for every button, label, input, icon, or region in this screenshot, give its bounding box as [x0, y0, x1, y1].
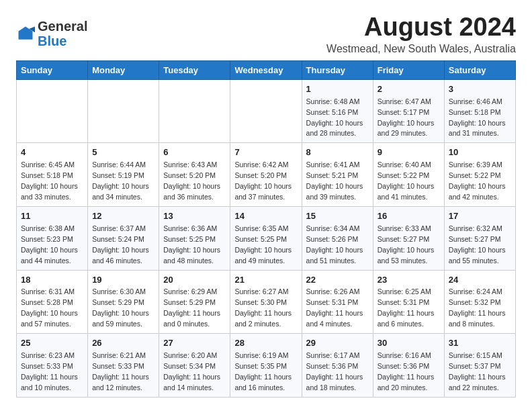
calendar-cell: 14Sunrise: 6:35 AM Sunset: 5:25 PM Dayli…	[230, 206, 302, 270]
day-number: 8	[306, 146, 369, 159]
day-number: 14	[234, 210, 297, 223]
day-info: Sunrise: 6:27 AM Sunset: 5:30 PM Dayligh…	[234, 287, 292, 328]
calendar-cell: 26Sunrise: 6:21 AM Sunset: 5:33 PM Dayli…	[88, 334, 159, 398]
calendar-cell: 29Sunrise: 6:17 AM Sunset: 5:36 PM Dayli…	[302, 334, 373, 398]
day-info: Sunrise: 6:24 AM Sunset: 5:32 PM Dayligh…	[449, 287, 506, 328]
day-info: Sunrise: 6:17 AM Sunset: 5:36 PM Dayligh…	[306, 351, 363, 392]
day-number: 11	[21, 210, 83, 223]
calendar-cell: 18Sunrise: 6:31 AM Sunset: 5:28 PM Dayli…	[17, 270, 88, 334]
days-of-week-row: SundayMondayTuesdayWednesdayThursdayFrid…	[17, 60, 516, 79]
calendar-week-row: 1Sunrise: 6:48 AM Sunset: 5:16 PM Daylig…	[17, 79, 516, 143]
day-number: 31	[449, 337, 511, 350]
calendar-cell: 9Sunrise: 6:40 AM Sunset: 5:22 PM Daylig…	[373, 143, 444, 207]
logo-icon	[16, 24, 35, 43]
day-of-week-header: Wednesday	[230, 60, 302, 79]
day-info: Sunrise: 6:32 AM Sunset: 5:27 PM Dayligh…	[449, 224, 506, 265]
calendar-cell: 15Sunrise: 6:34 AM Sunset: 5:26 PM Dayli…	[302, 206, 373, 270]
day-info: Sunrise: 6:29 AM Sunset: 5:29 PM Dayligh…	[163, 287, 220, 328]
day-of-week-header: Monday	[88, 60, 159, 79]
calendar-cell: 22Sunrise: 6:26 AM Sunset: 5:31 PM Dayli…	[302, 270, 373, 334]
calendar-cell: 28Sunrise: 6:19 AM Sunset: 5:35 PM Dayli…	[230, 334, 302, 398]
day-number: 6	[163, 146, 226, 159]
calendar-week-row: 25Sunrise: 6:23 AM Sunset: 5:33 PM Dayli…	[17, 334, 516, 398]
day-of-week-header: Sunday	[17, 60, 88, 79]
day-number: 15	[306, 210, 369, 223]
day-info: Sunrise: 6:19 AM Sunset: 5:35 PM Dayligh…	[234, 351, 292, 392]
day-info: Sunrise: 6:39 AM Sunset: 5:22 PM Dayligh…	[449, 161, 506, 201]
calendar-cell: 4Sunrise: 6:45 AM Sunset: 5:18 PM Daylig…	[17, 143, 88, 207]
day-info: Sunrise: 6:45 AM Sunset: 5:18 PM Dayligh…	[21, 161, 78, 201]
day-info: Sunrise: 6:47 AM Sunset: 5:17 PM Dayligh…	[378, 97, 435, 138]
calendar-cell: 23Sunrise: 6:25 AM Sunset: 5:31 PM Dayli…	[373, 270, 444, 334]
calendar-cell: 13Sunrise: 6:36 AM Sunset: 5:25 PM Dayli…	[159, 206, 230, 270]
day-number: 18	[21, 274, 83, 287]
calendar-cell: 17Sunrise: 6:32 AM Sunset: 5:27 PM Dayli…	[444, 206, 515, 270]
calendar-cell: 31Sunrise: 6:15 AM Sunset: 5:37 PM Dayli…	[444, 334, 515, 398]
calendar-table: SundayMondayTuesdayWednesdayThursdayFrid…	[16, 60, 516, 398]
day-number: 12	[92, 210, 154, 223]
day-info: Sunrise: 6:40 AM Sunset: 5:22 PM Dayligh…	[378, 161, 435, 201]
day-info: Sunrise: 6:38 AM Sunset: 5:23 PM Dayligh…	[21, 224, 78, 265]
day-info: Sunrise: 6:34 AM Sunset: 5:26 PM Dayligh…	[306, 224, 363, 265]
day-info: Sunrise: 6:25 AM Sunset: 5:31 PM Dayligh…	[378, 287, 435, 328]
day-info: Sunrise: 6:15 AM Sunset: 5:37 PM Dayligh…	[449, 351, 506, 392]
day-number: 19	[92, 274, 154, 287]
day-number: 7	[234, 146, 297, 159]
calendar-week-row: 4Sunrise: 6:45 AM Sunset: 5:18 PM Daylig…	[17, 143, 516, 207]
page-subtitle: Westmead, New South Wales, Australia	[326, 43, 516, 55]
day-info: Sunrise: 6:46 AM Sunset: 5:18 PM Dayligh…	[449, 97, 506, 138]
calendar-cell: 10Sunrise: 6:39 AM Sunset: 5:22 PM Dayli…	[444, 143, 515, 207]
day-info: Sunrise: 6:23 AM Sunset: 5:33 PM Dayligh…	[21, 351, 78, 392]
logo-blue-text: Blue	[38, 34, 66, 48]
calendar-cell: 11Sunrise: 6:38 AM Sunset: 5:23 PM Dayli…	[17, 206, 88, 270]
day-of-week-header: Friday	[373, 60, 444, 79]
page-header: General Blue August 2024 Westmead, New S…	[16, 13, 516, 55]
day-number: 26	[92, 337, 154, 350]
calendar-cell	[17, 79, 88, 143]
day-info: Sunrise: 6:42 AM Sunset: 5:20 PM Dayligh…	[234, 161, 292, 201]
day-number: 30	[378, 337, 440, 350]
day-number: 2	[378, 83, 440, 96]
day-number: 21	[234, 274, 297, 287]
day-info: Sunrise: 6:21 AM Sunset: 5:33 PM Dayligh…	[92, 351, 149, 392]
day-info: Sunrise: 6:44 AM Sunset: 5:19 PM Dayligh…	[92, 161, 149, 201]
day-number: 13	[163, 210, 226, 223]
day-number: 3	[449, 83, 511, 96]
calendar-cell: 30Sunrise: 6:16 AM Sunset: 5:36 PM Dayli…	[373, 334, 444, 398]
title-block: August 2024 Westmead, New South Wales, A…	[326, 13, 516, 55]
calendar-cell: 21Sunrise: 6:27 AM Sunset: 5:30 PM Dayli…	[230, 270, 302, 334]
calendar-body: 1Sunrise: 6:48 AM Sunset: 5:16 PM Daylig…	[17, 79, 516, 397]
day-number: 25	[21, 337, 83, 350]
calendar-cell: 5Sunrise: 6:44 AM Sunset: 5:19 PM Daylig…	[88, 143, 159, 207]
day-number: 28	[234, 337, 297, 350]
day-info: Sunrise: 6:48 AM Sunset: 5:16 PM Dayligh…	[306, 97, 363, 138]
day-number: 4	[21, 146, 83, 159]
day-info: Sunrise: 6:35 AM Sunset: 5:25 PM Dayligh…	[234, 224, 292, 265]
day-info: Sunrise: 6:20 AM Sunset: 5:34 PM Dayligh…	[163, 351, 220, 392]
day-info: Sunrise: 6:37 AM Sunset: 5:24 PM Dayligh…	[92, 224, 149, 265]
calendar-cell: 2Sunrise: 6:47 AM Sunset: 5:17 PM Daylig…	[373, 79, 444, 143]
calendar-cell: 7Sunrise: 6:42 AM Sunset: 5:20 PM Daylig…	[230, 143, 302, 207]
calendar-cell: 3Sunrise: 6:46 AM Sunset: 5:18 PM Daylig…	[444, 79, 515, 143]
day-number: 1	[306, 83, 369, 96]
calendar-cell: 27Sunrise: 6:20 AM Sunset: 5:34 PM Dayli…	[159, 334, 230, 398]
logo-general-text: General	[38, 19, 87, 34]
day-info: Sunrise: 6:41 AM Sunset: 5:21 PM Dayligh…	[306, 161, 363, 201]
day-info: Sunrise: 6:33 AM Sunset: 5:27 PM Dayligh…	[378, 224, 435, 265]
day-info: Sunrise: 6:36 AM Sunset: 5:25 PM Dayligh…	[163, 224, 220, 265]
day-number: 10	[449, 146, 511, 159]
calendar-cell: 19Sunrise: 6:30 AM Sunset: 5:29 PM Dayli…	[88, 270, 159, 334]
calendar-cell: 6Sunrise: 6:43 AM Sunset: 5:20 PM Daylig…	[159, 143, 230, 207]
day-number: 9	[378, 146, 440, 159]
logo: General Blue	[16, 19, 87, 48]
calendar-week-row: 18Sunrise: 6:31 AM Sunset: 5:28 PM Dayli…	[17, 270, 516, 334]
day-of-week-header: Thursday	[302, 60, 373, 79]
day-number: 20	[163, 274, 226, 287]
day-number: 29	[306, 337, 369, 350]
day-info: Sunrise: 6:26 AM Sunset: 5:31 PM Dayligh…	[306, 287, 363, 328]
calendar-cell: 12Sunrise: 6:37 AM Sunset: 5:24 PM Dayli…	[88, 206, 159, 270]
day-number: 24	[449, 274, 511, 287]
day-of-week-header: Saturday	[444, 60, 515, 79]
page-title: August 2024	[326, 13, 516, 42]
calendar-cell	[88, 79, 159, 143]
